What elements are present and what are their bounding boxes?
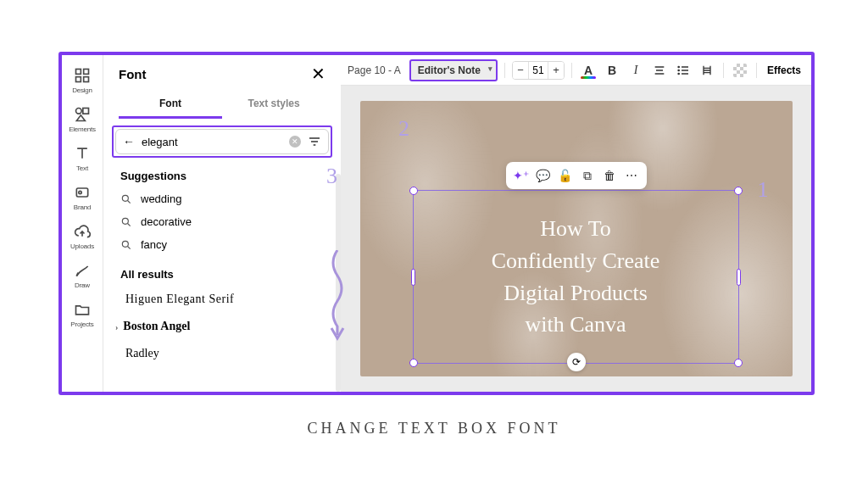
search-icon	[120, 239, 132, 251]
font-name: Higuen Elegant Serif	[125, 293, 234, 306]
trash-icon[interactable]: 🗑	[599, 165, 620, 186]
rail-design[interactable]: Design	[62, 62, 103, 98]
rail-label: Brand	[74, 203, 91, 211]
font-panel: Font ✕ Font Text styles ← ✕ Suggestions …	[103, 55, 341, 392]
svg-rect-0	[76, 70, 81, 75]
svg-rect-5	[83, 109, 89, 114]
search-icon	[120, 193, 132, 205]
resize-handle[interactable]	[734, 359, 743, 367]
suggestion-item[interactable]: wedding	[103, 187, 341, 210]
svg-point-8	[122, 195, 128, 201]
font-size-stepper: − 51 +	[512, 61, 565, 80]
rail-label: Text	[76, 164, 88, 172]
spacing-button[interactable]	[698, 61, 716, 80]
svg-rect-1	[84, 70, 89, 75]
design-artboard[interactable]: ✦⁺ 💬 🔓 ⧉ 🗑 ⋯ How To Confidently Create D…	[360, 101, 793, 376]
back-arrow-icon[interactable]: ←	[123, 135, 135, 148]
squiggle-arrow-icon	[325, 250, 350, 343]
results-header: All results	[103, 256, 341, 286]
increase-size[interactable]: +	[548, 61, 564, 80]
font-result[interactable]: ›Boston Angel	[103, 313, 341, 340]
pencil-icon	[74, 262, 91, 279]
svg-rect-2	[76, 77, 81, 82]
rail-elements[interactable]: Elements	[62, 101, 103, 137]
text-selection-box[interactable]: How To Confidently Create Digital Produc…	[413, 190, 739, 364]
font-picker[interactable]: Editor's Note	[409, 59, 498, 81]
rail-draw[interactable]: Draw	[62, 257, 103, 293]
duplicate-icon[interactable]: ⧉	[577, 165, 598, 186]
italic-button[interactable]: I	[626, 61, 645, 80]
comment-icon[interactable]: 💬	[533, 165, 554, 186]
rail-projects[interactable]: Projects	[62, 296, 103, 332]
annotation-3: 3	[326, 164, 337, 189]
search-input[interactable]	[142, 136, 289, 148]
more-icon[interactable]: ⋯	[621, 165, 642, 186]
font-name: Radley	[125, 347, 159, 360]
transparency-button[interactable]	[731, 61, 749, 80]
resize-handle[interactable]	[411, 269, 415, 286]
app-frame: Design Elements Text Brand Uploads Draw …	[58, 52, 815, 395]
text-line: with Canva	[525, 309, 626, 341]
chevron-right-icon: ›	[115, 322, 118, 332]
text-icon	[74, 145, 91, 162]
svg-point-7	[79, 191, 81, 193]
bold-button[interactable]: B	[603, 61, 621, 80]
text-line: How To	[540, 213, 611, 245]
font-name: Boston Angel	[123, 320, 190, 333]
separator	[723, 63, 724, 78]
panel-title: Font	[119, 67, 146, 81]
rotate-handle[interactable]: ⟳	[567, 353, 586, 371]
search-icon	[120, 216, 132, 228]
text-line: Confidently Create	[492, 245, 660, 277]
suggestion-label: fancy	[141, 238, 167, 251]
rail-brand[interactable]: Brand	[62, 179, 103, 215]
suggestion-item[interactable]: decorative	[103, 210, 341, 233]
effects-button[interactable]: Effects	[764, 64, 804, 76]
lock-icon[interactable]: 🔓	[555, 165, 576, 186]
selected-text[interactable]: How To Confidently Create Digital Produc…	[414, 191, 738, 363]
clear-icon[interactable]: ✕	[289, 136, 301, 148]
tab-text-styles[interactable]: Text styles	[222, 91, 326, 119]
search-highlight: ← ✕	[112, 125, 332, 158]
page-indicator[interactable]: Page 10 - A	[348, 64, 401, 76]
font-result[interactable]: Higuen Elegant Serif	[103, 286, 341, 313]
rail-uploads[interactable]: Uploads	[62, 218, 103, 254]
align-button[interactable]	[650, 61, 669, 80]
panel-tabs: Font Text styles	[103, 91, 341, 119]
annotation-1: 1	[758, 177, 769, 203]
resize-handle[interactable]	[409, 359, 418, 367]
resize-handle[interactable]	[409, 187, 418, 195]
resize-handle[interactable]	[734, 187, 743, 195]
resize-handle[interactable]	[737, 269, 741, 286]
font-size-value[interactable]: 51	[528, 61, 548, 80]
svg-point-11	[678, 66, 679, 67]
list-button[interactable]	[674, 61, 693, 80]
floating-toolbar: ✦⁺ 💬 🔓 ⧉ 🗑 ⋯	[506, 162, 647, 189]
font-search[interactable]: ← ✕	[115, 129, 329, 154]
text-toolbar: Page 10 - A Editor's Note − 51 + A B I E…	[341, 55, 811, 86]
suggestion-label: decorative	[141, 215, 192, 228]
rail-text[interactable]: Text	[62, 140, 103, 176]
text-line: Digital Products	[504, 277, 648, 309]
annotation-2: 2	[398, 116, 409, 142]
separator	[504, 63, 505, 78]
separator	[571, 63, 572, 78]
figure-caption: CHANGE TEXT BOX FONT	[0, 420, 868, 437]
text-color-button[interactable]: A	[579, 61, 598, 80]
decrease-size[interactable]: −	[513, 61, 528, 80]
suggestion-item[interactable]: fancy	[103, 233, 341, 256]
suggestions-header: Suggestions	[103, 158, 341, 187]
cloud-upload-icon	[74, 223, 91, 240]
svg-point-13	[678, 73, 679, 74]
separator	[756, 63, 757, 78]
canvas-area: Page 10 - A Editor's Note − 51 + A B I E…	[341, 55, 811, 392]
svg-point-4	[76, 109, 82, 114]
shapes-icon	[74, 106, 91, 123]
tab-font[interactable]: Font	[119, 91, 222, 119]
canvas-body[interactable]: ✦⁺ 💬 🔓 ⧉ 🗑 ⋯ How To Confidently Create D…	[341, 86, 811, 392]
magic-icon[interactable]: ✦⁺	[511, 165, 531, 186]
svg-point-9	[122, 218, 128, 224]
close-icon[interactable]: ✕	[311, 65, 326, 82]
font-result[interactable]: Radley	[103, 340, 341, 367]
filter-icon[interactable]	[308, 135, 321, 148]
